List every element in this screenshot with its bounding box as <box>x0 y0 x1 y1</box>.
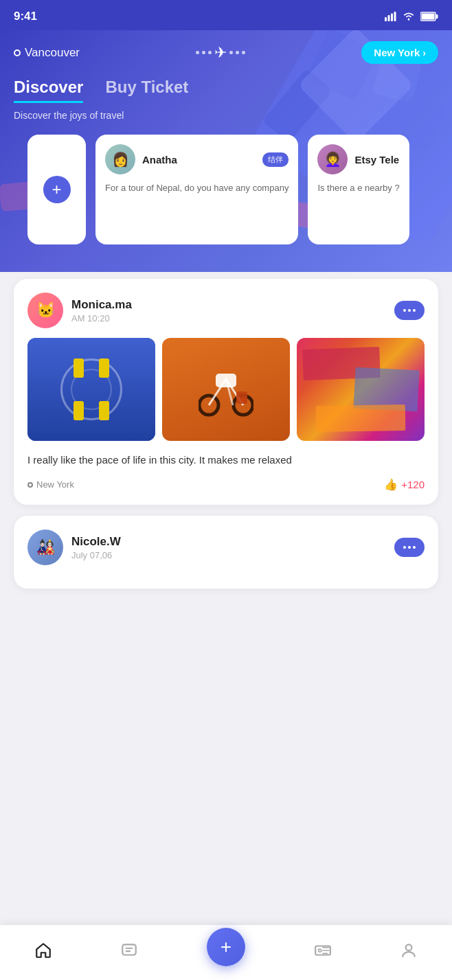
status-bar: 9:41 <box>0 0 452 30</box>
battery-icon <box>420 12 438 21</box>
hero-section: Vancouver ✈ New York › Discover Buy Tick… <box>0 30 452 272</box>
tab-discover[interactable]: Discover <box>14 78 83 103</box>
companion-message-anatha: For a tour of Nepal, do you have any com… <box>105 181 289 195</box>
signal-icon <box>385 12 397 21</box>
path-dot-6 <box>242 51 245 54</box>
route-bar: Vancouver ✈ New York › <box>14 30 438 78</box>
svg-point-16 <box>318 949 321 952</box>
svg-point-4 <box>408 19 410 21</box>
companion-cards-section: + 👩 Anatha 结伴 For a tour of Nepal, do yo… <box>14 121 438 251</box>
post-card-nicole: 🎎 Nicole.W July 07,06 <box>14 516 438 589</box>
post-image-art <box>297 338 425 441</box>
post-time-nicole: July 07,06 <box>71 550 394 560</box>
add-icon: + <box>221 937 231 957</box>
more-dot-3 <box>413 309 416 312</box>
post-time-monica: AM 10:20 <box>71 313 394 323</box>
profile-icon <box>400 942 418 959</box>
svg-rect-1 <box>388 15 390 21</box>
more-dot-5 <box>408 546 411 549</box>
add-companion-card: + <box>27 135 86 244</box>
post-header-nicole: 🎎 Nicole.W July 07,06 <box>27 529 425 565</box>
destination-label: New York <box>374 47 420 58</box>
companion-avatar-etsy: 👩‍🦱 <box>317 144 348 174</box>
more-button-nicole[interactable] <box>394 538 425 557</box>
avatar-image-monica: 🐱 <box>27 293 63 328</box>
avatar-placeholder-etsy: 👩‍🦱 <box>317 144 348 174</box>
add-companion-button[interactable]: + <box>43 176 71 203</box>
origin-label: Vancouver <box>25 46 80 60</box>
avatar-image-nicole: 🎎 <box>27 529 63 565</box>
chevron-right-icon: › <box>422 47 426 58</box>
more-button-monica[interactable] <box>394 301 425 320</box>
companion-avatar-anatha: 👩 <box>105 144 135 174</box>
post-location-monica: New York <box>27 479 74 490</box>
tab-buy-ticket[interactable]: Buy Ticket <box>105 78 188 103</box>
post-footer-monica: New York 👍 +120 <box>27 478 425 491</box>
post-image-motorcycle <box>162 338 290 441</box>
status-icons <box>385 12 438 21</box>
wifi-icon <box>403 12 415 21</box>
likes-count-monica: +120 <box>401 479 425 490</box>
post-images-monica <box>27 338 425 441</box>
companion-name-anatha: Anatha <box>142 154 256 166</box>
companion-message-etsy: Is there a e nearby ? <box>317 181 399 195</box>
main-nav-tabs: Discover Buy Ticket <box>14 78 438 103</box>
thumbs-up-icon: 👍 <box>384 478 398 491</box>
path-dot-2 <box>202 51 205 54</box>
post-image-court <box>27 338 155 441</box>
post-text-monica: I really like the pace of life in this c… <box>27 452 425 468</box>
svg-rect-2 <box>391 14 393 22</box>
add-post-button[interactable]: + <box>207 928 245 966</box>
nav-item-home[interactable] <box>26 939 60 962</box>
svg-rect-10 <box>216 374 236 387</box>
svg-rect-0 <box>385 17 387 21</box>
companion-card-anatha[interactable]: 👩 Anatha 结伴 For a tour of Nepal, do you … <box>95 135 298 244</box>
avatar-placeholder: 👩 <box>105 144 135 174</box>
post-author-nicole: Nicole.W <box>71 535 394 549</box>
path-dot-4 <box>229 51 233 54</box>
nav-item-add[interactable]: + <box>199 932 253 969</box>
path-dot-5 <box>236 51 239 54</box>
companion-tag-anatha: 结伴 <box>262 152 289 167</box>
post-meta-monica: Monica.ma AM 10:20 <box>71 298 394 323</box>
location-text-monica: New York <box>36 479 74 490</box>
svg-rect-3 <box>394 12 396 21</box>
post-avatar-nicole: 🎎 <box>27 529 63 565</box>
post-likes-monica: 👍 +120 <box>384 478 425 491</box>
companion-card-etsy[interactable]: 👩‍🦱 Etsy Tele Is there a e nearby ? <box>308 135 409 244</box>
post-author-monica: Monica.ma <box>71 298 394 312</box>
svg-rect-11 <box>236 391 247 404</box>
chat-icon <box>120 942 138 959</box>
flight-path: ✈ <box>80 44 361 62</box>
post-card-monica: 🐱 Monica.ma AM 10:20 <box>14 279 438 505</box>
nav-item-profile[interactable] <box>392 939 426 962</box>
more-dot-4 <box>403 546 406 549</box>
companion-header-etsy: 👩‍🦱 Etsy Tele <box>317 144 399 174</box>
status-time: 9:41 <box>14 10 37 23</box>
bike-svg <box>199 358 253 420</box>
origin-location: Vancouver <box>14 46 80 60</box>
nav-item-chat[interactable] <box>112 939 146 962</box>
svg-rect-6 <box>436 14 438 19</box>
court-image <box>27 338 155 441</box>
post-header-monica: 🐱 Monica.ma AM 10:20 <box>27 293 425 328</box>
bottom-navigation: + <box>0 925 452 980</box>
svg-rect-12 <box>123 944 137 955</box>
destination-button[interactable]: New York › <box>361 41 438 64</box>
nav-item-ticket[interactable] <box>306 939 340 962</box>
feed-section: 🐱 Monica.ma AM 10:20 <box>0 272 452 595</box>
motorcycle-image <box>162 338 290 441</box>
ticket-icon <box>314 942 332 959</box>
more-dot-1 <box>403 309 406 312</box>
plane-icon: ✈ <box>214 44 227 62</box>
tagline-text: Discover the joys of travel <box>14 110 438 121</box>
path-dot-1 <box>196 51 199 54</box>
path-dot-3 <box>208 51 212 54</box>
companion-name-etsy: Etsy Tele <box>354 154 399 166</box>
companion-header-anatha: 👩 Anatha 结伴 <box>105 144 289 174</box>
home-icon <box>34 942 52 959</box>
post-meta-nicole: Nicole.W July 07,06 <box>71 535 394 560</box>
location-icon <box>27 482 33 488</box>
more-dot-6 <box>413 546 416 549</box>
art-image <box>297 338 425 441</box>
